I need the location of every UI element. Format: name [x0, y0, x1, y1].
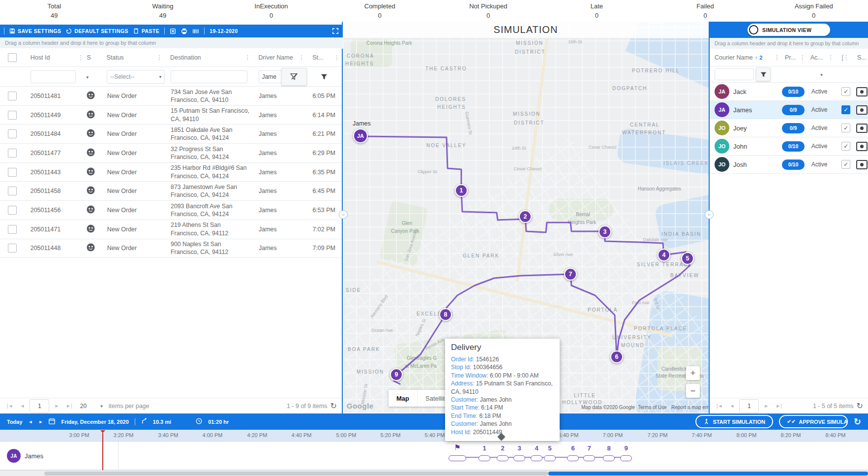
first-page-icon[interactable]: |◄	[5, 403, 15, 409]
column-menu-icon[interactable]: ⋮	[843, 54, 849, 61]
courier-row[interactable]: JO John 0/10 Active ✓	[710, 137, 868, 156]
order-row[interactable]: 205011449 New Order 15 Putnam St San Fra…	[0, 106, 342, 125]
timeline-stop[interactable]: 7	[583, 444, 595, 461]
route-start-flag[interactable]: ⚑	[449, 443, 466, 461]
map-type-map-button[interactable]: Map	[389, 390, 417, 407]
scrollbar-thumb-left[interactable]	[44, 472, 548, 476]
order-row[interactable]: 205011456 New Order 2093 Bancroft Ave Sa…	[0, 201, 342, 220]
column-header-show[interactable]: S...	[856, 49, 868, 66]
column-menu-icon[interactable]: ⋮	[334, 54, 340, 61]
route-stop-marker[interactable]: 1	[455, 184, 468, 197]
column-menu-icon[interactable]: ⋮	[774, 54, 780, 61]
stop-slot[interactable]	[583, 455, 595, 461]
page-size-select[interactable]: 20▾	[77, 400, 106, 413]
first-page-icon[interactable]: |◄	[715, 403, 725, 409]
stop-slot[interactable]	[620, 455, 632, 461]
prev-day-icon[interactable]: ◄	[29, 419, 33, 424]
timeline-stop[interactable]: 3	[513, 444, 525, 461]
column-menu-icon[interactable]: ⋮	[828, 54, 834, 61]
timeline-stop[interactable]: 6	[567, 444, 579, 461]
timeline-stop[interactable]: 2	[497, 444, 509, 461]
order-row[interactable]: 205011484 New Order 1851 Oakdale Ave San…	[0, 125, 342, 144]
filter-icon[interactable]	[756, 67, 771, 81]
courier-row[interactable]: JA Jack 0/10 Active ✓	[710, 83, 868, 101]
courier-checkbox[interactable]: ✓	[841, 105, 850, 114]
next-page-icon[interactable]: ►	[52, 403, 61, 409]
timeline-stop[interactable]: 1	[479, 444, 490, 461]
dropdown-caret-icon[interactable]: ▾	[820, 72, 823, 77]
barcode-button[interactable]	[192, 28, 199, 34]
export-excel-button[interactable]	[170, 28, 176, 34]
select-all-checkbox[interactable]	[8, 53, 17, 62]
row-checkbox[interactable]	[8, 187, 17, 195]
dropdown-caret-icon[interactable]: ▾	[86, 75, 89, 80]
last-page-icon[interactable]: ►|	[774, 403, 784, 409]
column-header-s[interactable]: S	[86, 48, 100, 66]
route-stop-marker[interactable]: 5	[681, 252, 694, 265]
simulation-view-toggle[interactable]: SIMULATION VIEW	[748, 24, 830, 36]
zoom-out-button[interactable]: −	[686, 384, 700, 398]
driver-filter-input[interactable]	[259, 70, 281, 83]
route-stop-marker[interactable]: 4	[658, 249, 670, 261]
courier-name-filter-input[interactable]	[715, 68, 754, 80]
route-stop-marker[interactable]: 7	[564, 268, 577, 281]
next-page-icon[interactable]: ►	[762, 403, 771, 409]
stop-slot[interactable]	[567, 455, 579, 461]
page-number-input[interactable]: 1	[739, 399, 759, 413]
host-id-filter-input[interactable]	[30, 70, 76, 83]
stop-slot[interactable]	[497, 455, 509, 461]
column-menu-icon[interactable]: ⋮	[245, 54, 251, 61]
row-checkbox[interactable]	[8, 244, 17, 253]
right-splitter-handle[interactable]: ‹›	[705, 210, 714, 219]
timeline-stop[interactable]: 8	[603, 444, 615, 461]
next-day-icon[interactable]: ►	[39, 419, 43, 424]
courier-checkbox[interactable]: ✓	[841, 142, 850, 151]
column-menu-icon[interactable]: ⋮	[78, 54, 84, 61]
refresh-icon[interactable]: ↻	[330, 401, 337, 411]
today-button[interactable]: Today	[7, 419, 23, 425]
column-header-host-id[interactable]: Host Id⋮	[25, 48, 86, 66]
column-header-active[interactable]: Ac...⋮	[808, 49, 836, 66]
prev-page-icon[interactable]: ◄	[728, 403, 737, 409]
stop-slot[interactable]	[449, 455, 466, 461]
clear-filter-icon[interactable]	[281, 68, 307, 86]
timeline-axis[interactable]: 3:00 PM 3:20 PM 3:40 PM 4:00 PM 4:20 PM …	[0, 430, 868, 442]
timeline-stop[interactable]: 4	[531, 444, 542, 461]
order-row[interactable]: 205011448 New Order 900 Naples St San Fr…	[0, 239, 342, 258]
show-on-map-icon[interactable]	[856, 87, 868, 96]
route-stop-marker[interactable]: 8	[439, 308, 452, 321]
expand-panel-icon[interactable]	[332, 28, 339, 34]
zoom-in-button[interactable]: +	[686, 366, 700, 380]
row-checkbox[interactable]	[8, 149, 17, 158]
timeline-date-label[interactable]: Friday, December 18, 2020	[61, 419, 128, 425]
start-simulation-button[interactable]: START SIMULATION	[695, 415, 773, 428]
row-checkbox[interactable]	[8, 206, 17, 215]
paste-button[interactable]: PASTE	[133, 28, 159, 34]
row-checkbox[interactable]	[8, 92, 17, 100]
courier-row[interactable]: JO Joey 0/9 Active ✓	[710, 119, 868, 137]
refresh-icon[interactable]: ↻	[854, 416, 861, 427]
show-on-map-icon[interactable]	[856, 124, 868, 133]
left-splitter-handle[interactable]: ‹›	[339, 210, 348, 219]
prev-page-icon[interactable]: ◄	[18, 403, 27, 409]
column-header-progress[interactable]: Pr...⋮	[782, 49, 808, 66]
column-header-select[interactable]: [⋮	[836, 49, 856, 66]
timeline-stop[interactable]: 9	[620, 444, 632, 461]
column-header-destination[interactable]: Destination⋮	[164, 48, 252, 66]
terms-of-use-link[interactable]: Terms of Use	[638, 405, 667, 410]
column-header-status[interactable]: Status⋮	[100, 48, 164, 66]
route-stop-marker[interactable]: 2	[519, 210, 532, 223]
filter-icon[interactable]	[321, 73, 328, 80]
row-checkbox[interactable]	[8, 129, 17, 138]
print-button[interactable]	[181, 28, 187, 34]
show-on-map-icon[interactable]	[856, 160, 868, 169]
order-row[interactable]: 205011477 New Order 32 Progress St San F…	[0, 144, 342, 163]
show-on-map-icon[interactable]	[856, 105, 868, 115]
stop-slot[interactable]	[513, 455, 525, 461]
stop-slot[interactable]	[479, 455, 490, 461]
order-row[interactable]: 205011458 New Order 873 Jamestown Ave Sa…	[0, 182, 342, 201]
driver-marker[interactable]: JA	[353, 128, 368, 143]
row-checkbox[interactable]	[8, 225, 17, 234]
default-settings-button[interactable]: DEFAULT SETTINGS	[66, 28, 128, 34]
save-settings-button[interactable]: SAVE SETTINGS	[9, 28, 61, 34]
